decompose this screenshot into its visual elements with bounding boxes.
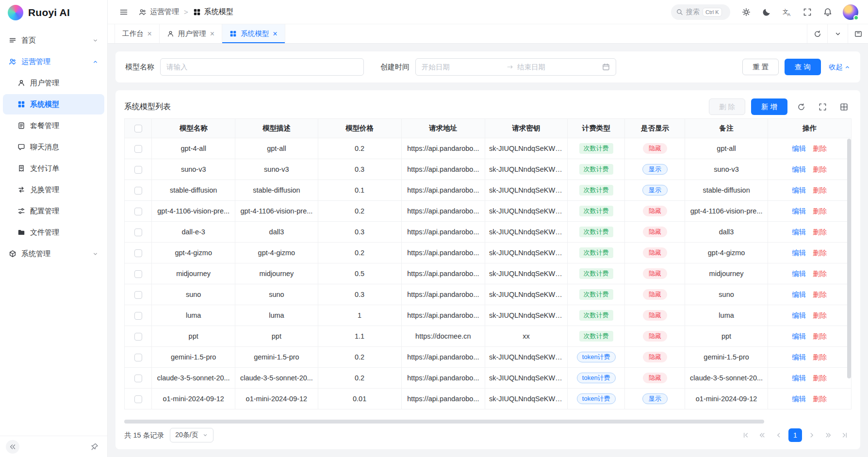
edit-link[interactable]: 编辑 — [792, 249, 806, 257]
refresh-table-button[interactable] — [793, 99, 809, 114]
start-date-input[interactable] — [422, 63, 503, 71]
delete-link[interactable]: 删除 — [813, 270, 827, 277]
theme-toggle-button[interactable] — [758, 4, 775, 20]
select-all-checkbox[interactable] — [134, 125, 142, 132]
notifications-button[interactable] — [819, 4, 836, 20]
tab-2[interactable]: 系统模型× — [222, 24, 285, 43]
content-fullscreen-button[interactable] — [848, 24, 868, 43]
edit-link[interactable]: 编辑 — [792, 165, 806, 173]
row-checkbox[interactable] — [134, 395, 142, 403]
logo[interactable]: Ruoyi AI — [0, 0, 107, 25]
delete-link[interactable]: 删除 — [813, 291, 827, 298]
delete-link[interactable]: 删除 — [813, 249, 827, 257]
row-checkbox[interactable] — [134, 249, 142, 257]
sidebar-subitem-7[interactable]: 文件管理 — [3, 222, 104, 243]
end-date-input[interactable] — [517, 63, 598, 71]
sidebar-collapse-button[interactable] — [6, 440, 19, 454]
delete-link[interactable]: 删除 — [813, 207, 827, 215]
row-checkbox[interactable] — [134, 333, 142, 341]
language-button[interactable]: 文A — [779, 4, 795, 20]
horizontal-scrollbar[interactable] — [124, 419, 852, 424]
delete-link[interactable]: 删除 — [813, 311, 827, 319]
delete-link[interactable]: 删除 — [813, 374, 827, 382]
page-size-select[interactable]: 20条/页 — [170, 428, 213, 442]
row-checkbox[interactable] — [134, 291, 142, 299]
edit-link[interactable]: 编辑 — [792, 374, 806, 382]
sidebar-item-0[interactable]: 首页 — [3, 30, 104, 50]
row-checkbox[interactable] — [134, 354, 142, 361]
row-checkbox[interactable] — [134, 375, 142, 382]
row-checkbox[interactable] — [134, 208, 142, 215]
settings-button[interactable] — [738, 4, 754, 20]
next-10-button[interactable] — [821, 428, 835, 442]
tab-menu-button[interactable] — [827, 24, 848, 43]
delete-link[interactable]: 删除 — [813, 332, 827, 340]
edit-link[interactable]: 编辑 — [792, 186, 806, 194]
edit-link[interactable]: 编辑 — [792, 270, 806, 277]
global-search[interactable]: 搜索 Ctrl K — [671, 4, 730, 20]
delete-link[interactable]: 删除 — [813, 186, 827, 194]
vertical-scrollbar-thumb[interactable] — [847, 139, 851, 378]
collapse-filter-button[interactable]: 收起 — [829, 63, 851, 72]
sidebar-pin-button[interactable] — [88, 440, 101, 454]
edit-link[interactable]: 编辑 — [792, 228, 806, 236]
sidebar-subitem-6[interactable]: 配置管理 — [3, 201, 104, 221]
edit-link[interactable]: 编辑 — [792, 332, 806, 340]
delete-link[interactable]: 删除 — [813, 165, 827, 173]
horizontal-scrollbar-thumb[interactable] — [124, 420, 764, 424]
close-icon[interactable]: × — [210, 30, 214, 38]
delete-link[interactable]: 删除 — [813, 353, 827, 361]
current-page-button[interactable]: 1 — [788, 428, 802, 442]
fullscreen-button[interactable] — [799, 4, 816, 20]
query-button[interactable]: 查 询 — [785, 59, 821, 75]
edit-link[interactable]: 编辑 — [792, 353, 806, 361]
sidebar-subitem-4[interactable]: 支付订单 — [3, 158, 104, 179]
row-checkbox[interactable] — [134, 166, 142, 174]
cell-price: 0.2 — [318, 201, 401, 222]
sidebar-subitem-1[interactable]: 系统模型 — [3, 94, 104, 114]
row-checkbox[interactable] — [134, 228, 142, 236]
prev-page-button[interactable] — [772, 428, 786, 442]
delete-link[interactable]: 删除 — [813, 228, 827, 236]
edit-link[interactable]: 编辑 — [792, 311, 806, 319]
model-name-input[interactable] — [160, 58, 364, 76]
tab-0[interactable]: 工作台× — [115, 24, 160, 43]
sidebar-subitem-3[interactable]: 聊天消息 — [3, 137, 104, 157]
close-icon[interactable]: × — [147, 30, 152, 38]
sidebar-toggle-button[interactable] — [115, 4, 132, 20]
next-page-button[interactable] — [805, 428, 819, 442]
reset-button[interactable]: 重 置 — [742, 59, 779, 75]
date-range-picker[interactable] — [415, 58, 616, 76]
last-page-button[interactable] — [838, 428, 852, 442]
edit-link[interactable]: 编辑 — [792, 145, 806, 152]
sidebar-subitem-0[interactable]: 用户管理 — [3, 73, 104, 93]
sidebar-item-2[interactable]: 系统管理 — [3, 244, 104, 264]
row-checkbox[interactable] — [134, 145, 142, 153]
delete-link[interactable]: 删除 — [813, 145, 827, 152]
edit-link[interactable]: 编辑 — [792, 395, 806, 403]
sidebar-item-1[interactable]: 运营管理 — [3, 51, 104, 72]
row-checkbox[interactable] — [134, 270, 142, 278]
first-page-button[interactable] — [739, 428, 753, 442]
add-button[interactable]: 新 增 — [751, 98, 787, 115]
breadcrumb-item[interactable]: 运营管理 — [139, 7, 179, 16]
prev-10-button[interactable] — [755, 428, 769, 442]
edit-link[interactable]: 编辑 — [792, 291, 806, 298]
breadcrumb-item[interactable]: 系统模型 — [193, 7, 233, 16]
edit-link[interactable]: 编辑 — [792, 207, 806, 215]
sidebar-subitem-2[interactable]: 套餐管理 — [3, 115, 104, 136]
user-avatar[interactable] — [843, 4, 858, 20]
refresh-page-button[interactable] — [807, 24, 827, 43]
column-settings-button[interactable] — [836, 99, 852, 114]
table-fullscreen-button[interactable] — [815, 99, 830, 114]
sidebar-subitem-5[interactable]: 兑换管理 — [3, 180, 104, 200]
tab-1[interactable]: 用户管理× — [160, 24, 222, 43]
batch-delete-button[interactable]: 删 除 — [709, 98, 745, 115]
cell-actions: 编辑删除 — [768, 201, 851, 222]
delete-link[interactable]: 删除 — [813, 395, 827, 403]
close-icon[interactable]: × — [273, 30, 277, 38]
vertical-scrollbar[interactable] — [847, 139, 851, 417]
row-checkbox[interactable] — [134, 312, 142, 320]
row-checkbox[interactable] — [134, 187, 142, 195]
table-row: pptppt1.1https://docmee.cnxx次数计费隐藏ppt编辑删… — [125, 326, 852, 347]
